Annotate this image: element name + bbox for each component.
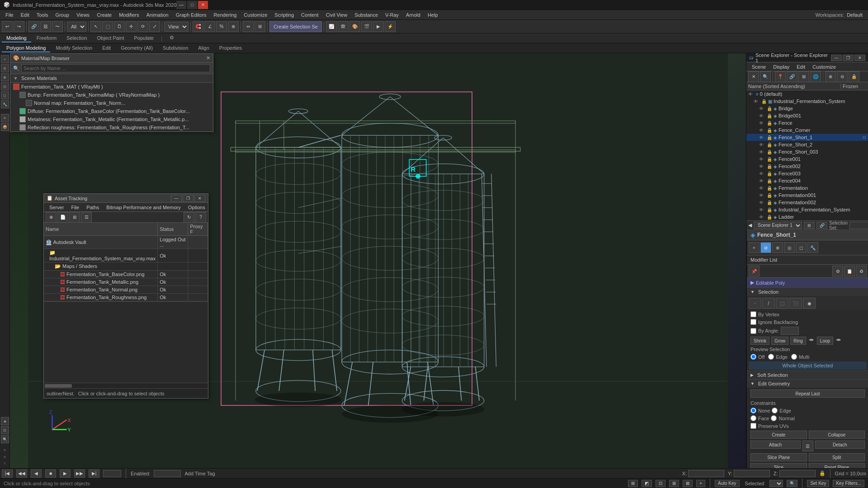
se-group-industrial[interactable]: 👁 🔒 ▦ Industrial_Fermentation_System	[746, 98, 868, 105]
preserve-uvs-checkbox[interactable]	[750, 423, 756, 429]
select-region-button[interactable]: ⬚	[102, 21, 113, 32]
se-item-fermentation002[interactable]: 👁 🔒 ◈ Fermentation002	[746, 199, 868, 206]
asset-row-normal[interactable]: 🖼 Fermentation_Tank_Normal.png Ok	[44, 286, 208, 294]
se-item-fence-short2[interactable]: 👁 🔒 ◈ Fence_Short_2	[746, 141, 868, 148]
asset-row-basecolor[interactable]: 🖼 Fermentation_Tank_BaseColor.png Ok	[44, 271, 208, 278]
lock-icon-fence003[interactable]: 🔒	[767, 171, 772, 176]
menu-civil-view[interactable]: Civil View	[322, 11, 351, 19]
menu-tools[interactable]: Tools	[33, 11, 52, 19]
eye-icon-fence-short2[interactable]: 👁	[759, 142, 765, 147]
menu-content[interactable]: Content	[297, 11, 322, 19]
selection-filter-dropdown[interactable]: All	[67, 22, 86, 32]
copy-paste-btn[interactable]: 📋	[844, 266, 855, 277]
by-vertex-checkbox[interactable]	[750, 311, 756, 317]
snap-toggle-button[interactable]: 🧲	[193, 21, 203, 32]
lock-icon-fermentation[interactable]: 🔒	[767, 186, 772, 191]
display-tab-btn[interactable]: ◻	[796, 242, 807, 253]
tab-selection[interactable]: Selection	[62, 34, 91, 42]
viewport-nav-4[interactable]: ⊞	[669, 480, 679, 487]
border-mode-btn[interactable]: ⬚	[776, 298, 788, 309]
asset-row-vault[interactable]: 🏦 Autodesk Vault Logged Out ...	[44, 236, 208, 249]
eye-icon-fence[interactable]: 👁	[759, 121, 765, 126]
preview-multi-input[interactable]	[791, 354, 797, 360]
lock-icon-ladder[interactable]: 🔒	[767, 215, 772, 220]
constraint-normal-input[interactable]	[771, 415, 777, 421]
vertex-mode-btn[interactable]: ·	[749, 298, 761, 309]
lock-icon-fence[interactable]: 🔒	[767, 121, 772, 126]
material-editor-button[interactable]: 🎨	[349, 21, 360, 32]
menu-customize[interactable]: Customize	[240, 11, 271, 19]
lock-icon-bridge[interactable]: 🔒	[767, 106, 772, 111]
menu-views[interactable]: Views	[73, 11, 93, 19]
poly-mode-btn[interactable]: ⬛	[789, 298, 802, 309]
constraint-edge-input[interactable]	[772, 408, 778, 413]
se-tb-link[interactable]: 🔗	[787, 71, 797, 82]
tab-populate[interactable]: Populate	[129, 34, 158, 42]
asset-menu-file[interactable]: File	[67, 204, 83, 211]
menu-edit[interactable]: Edit	[17, 11, 33, 19]
eye-icon-fermentation002[interactable]: 👁	[759, 200, 765, 205]
angle-snap-button[interactable]: ∠	[204, 21, 215, 32]
reset-plane-btn[interactable]: Reset Plane	[809, 463, 865, 468]
move-button[interactable]: ✛	[126, 21, 137, 32]
se-dropdown[interactable]: Scene Explorer 1	[754, 222, 802, 229]
eye-icon-ladder[interactable]: 👁	[759, 215, 765, 220]
utilities-tab-btn[interactable]: 🔧	[807, 242, 818, 253]
viewport-nav-2[interactable]: ◩	[642, 480, 652, 487]
sidebar-display-icon[interactable]: ◻	[1, 91, 9, 99]
unlink-button[interactable]: ⛓	[40, 21, 51, 32]
mirror-button[interactable]: ⇔	[243, 21, 254, 32]
tab-freeform[interactable]: Freeform	[32, 34, 61, 42]
sidebar-bottom-3[interactable]: 🔍	[1, 435, 9, 443]
menu-graph-editors[interactable]: Graph Editors	[172, 11, 210, 19]
asset-menu-paths[interactable]: Paths	[83, 204, 103, 211]
asset-menu-server[interactable]: Server	[46, 204, 67, 211]
se-minimize-button[interactable]: —	[831, 55, 842, 61]
eye-icon-fence003[interactable]: 👁	[759, 171, 765, 176]
asset-menu-options[interactable]: Options	[184, 204, 209, 211]
coord-play-fwd[interactable]: ▶	[60, 469, 71, 478]
lock-icon-bridge001[interactable]: 🔒	[767, 113, 772, 118]
menu-file[interactable]: File	[2, 11, 17, 19]
material-item-2[interactable]: Normal map: Fermentation_Tank_Norm...	[10, 99, 213, 107]
se-item-fermentation001[interactable]: 👁 🔒 ◈ Fermentation001	[746, 192, 868, 199]
lock-icon-fence-short003[interactable]: 🔒	[767, 150, 772, 155]
coord-play-end[interactable]: ▶|	[89, 469, 99, 478]
asset-row-metallic[interactable]: 🖼 Fermentation_Tank_Metallic.png Ok	[44, 278, 208, 286]
sidebar-layer-icon[interactable]: ≡	[1, 114, 9, 122]
editable-poly-item[interactable]: ▶ Editable Poly	[747, 278, 868, 288]
asset-minimize-button[interactable]: —	[171, 195, 182, 202]
menu-vray[interactable]: V-Ray	[382, 11, 402, 19]
asset-menu-bitmap[interactable]: Bitmap Performance and Memory	[103, 204, 184, 211]
eye-icon-fence-short1[interactable]: 👁	[759, 135, 765, 140]
edge-mode-btn[interactable]: /	[762, 298, 775, 309]
se-item-bridge001[interactable]: 👁 🔒 ◈ Bridge001	[746, 112, 868, 119]
asset-tb-3[interactable]: ⊞	[69, 212, 80, 223]
lock-icon-fence-short2[interactable]: 🔒	[767, 142, 772, 147]
se-tb-lock[interactable]: 🔒	[849, 71, 859, 82]
constraint-face-input[interactable]	[750, 415, 756, 421]
coord-lock-icon[interactable]: 🔒	[819, 470, 826, 476]
subtab-edit[interactable]: Edit	[98, 44, 115, 52]
se-restore-button[interactable]: ❐	[843, 55, 854, 61]
coord-play-start[interactable]: |◀	[2, 469, 13, 478]
quick-render-button[interactable]: ⚡	[385, 21, 396, 32]
eye-icon-fermentation001[interactable]: 👁	[759, 193, 765, 198]
slice-btn[interactable]: Slice	[750, 463, 807, 468]
asset-row-maps[interactable]: 📂 Maps / Shaders	[44, 263, 208, 271]
tab-object-paint[interactable]: Object Paint	[93, 34, 129, 42]
lock-icon-group[interactable]: 🔒	[761, 99, 767, 104]
material-item-0[interactable]: Fermentation_Tank_MAT ( VRayMtl )	[10, 83, 213, 91]
close-button[interactable]: ✕	[198, 1, 208, 9]
se-layer-icon-btn[interactable]: ⊞	[804, 222, 815, 229]
menu-group[interactable]: Group	[52, 11, 73, 19]
se-menu-edit[interactable]: Edit	[793, 63, 809, 70]
coord-prev-frame[interactable]: ◀◀	[16, 469, 27, 478]
redo-button[interactable]: ↪	[14, 21, 24, 32]
se-item-fence002[interactable]: 👁 🔒 ◈ Fence002	[746, 163, 868, 170]
edit-geometry-header[interactable]: ▼ Edit Geometry	[747, 380, 868, 388]
sidebar-motion-icon[interactable]: ◎	[1, 82, 9, 90]
enabled-input[interactable]	[154, 470, 181, 477]
asset-tb-2[interactable]: 📄	[57, 212, 68, 223]
preview-edge-input[interactable]	[768, 354, 774, 360]
